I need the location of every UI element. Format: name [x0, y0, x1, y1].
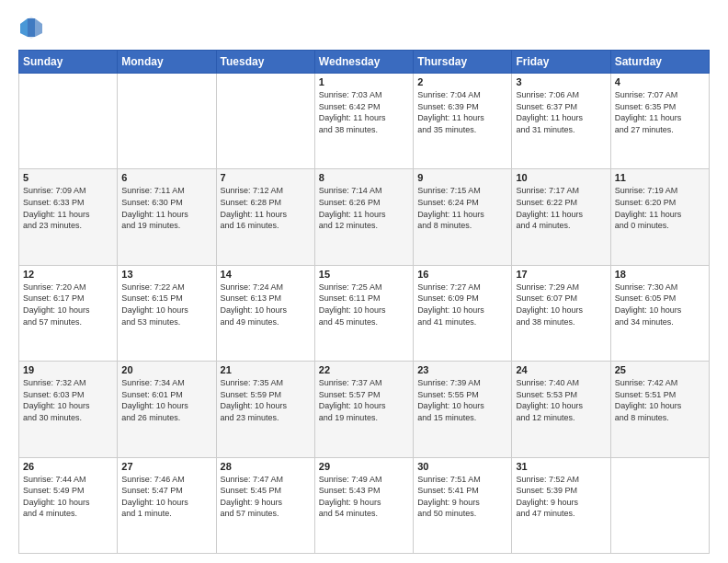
cell-info: Sunset: 5:55 PM [417, 389, 507, 401]
day-number: 3 [516, 76, 606, 87]
day-number: 4 [615, 76, 705, 87]
calendar-cell: 15Sunrise: 7:25 AMSunset: 6:11 PMDayligh… [314, 265, 413, 361]
cell-info: and 16 minutes. [221, 220, 311, 232]
cell-info: Sunrise: 7:40 AM [516, 377, 606, 389]
cell-info: Sunrise: 7:11 AM [121, 185, 211, 197]
cell-info: Sunset: 6:15 PM [121, 293, 211, 304]
cell-info: Daylight: 11 hours [23, 209, 113, 221]
cell-info: and 1 minute. [121, 508, 211, 520]
cell-info: Daylight: 10 hours [417, 400, 507, 412]
cell-info: Sunrise: 7:19 AM [615, 185, 705, 197]
cell-info: Daylight: 10 hours [221, 304, 311, 316]
cell-info: Sunset: 6:03 PM [23, 389, 113, 401]
day-number: 14 [221, 269, 311, 280]
cell-info: Daylight: 11 hours [319, 112, 409, 124]
cell-info: Daylight: 10 hours [615, 400, 705, 412]
cell-info: Sunset: 5:45 PM [221, 485, 311, 497]
calendar-cell: 17Sunrise: 7:29 AMSunset: 6:07 PMDayligh… [512, 265, 610, 361]
cell-info: Sunrise: 7:09 AM [23, 185, 113, 197]
calendar-cell: 7Sunrise: 7:12 AMSunset: 6:28 PMDaylight… [216, 169, 314, 265]
cell-info: Daylight: 11 hours [417, 209, 507, 221]
cell-info: Sunset: 5:47 PM [121, 485, 211, 497]
day-number: 1 [319, 76, 409, 87]
calendar-cell: 29Sunrise: 7:49 AMSunset: 5:43 PMDayligh… [314, 457, 413, 553]
cell-info: Daylight: 11 hours [516, 209, 606, 221]
calendar-cell: 8Sunrise: 7:14 AMSunset: 6:26 PMDaylight… [314, 169, 413, 265]
calendar-cell: 13Sunrise: 7:22 AMSunset: 6:15 PMDayligh… [118, 265, 216, 361]
cell-info: Daylight: 10 hours [23, 497, 113, 509]
week-row-4: 19Sunrise: 7:32 AMSunset: 6:03 PMDayligh… [19, 362, 710, 457]
calendar-cell: 5Sunrise: 7:09 AMSunset: 6:33 PMDaylight… [19, 169, 118, 265]
cell-info: Daylight: 11 hours [221, 209, 311, 221]
calendar-cell: 9Sunrise: 7:15 AMSunset: 6:24 PMDaylight… [414, 169, 512, 265]
day-number: 10 [516, 172, 606, 183]
day-number: 16 [417, 269, 507, 280]
cell-info: Sunrise: 7:20 AM [23, 282, 113, 293]
cell-info: Sunset: 6:39 PM [417, 101, 507, 113]
cell-info: and 8 minutes. [417, 220, 507, 232]
cell-info: Daylight: 11 hours [516, 112, 606, 124]
cell-info: and 27 minutes. [615, 124, 705, 136]
day-number: 30 [417, 461, 507, 472]
cell-info: and 19 minutes. [319, 412, 409, 424]
cell-info: Sunset: 5:57 PM [319, 389, 409, 401]
week-row-3: 12Sunrise: 7:20 AMSunset: 6:17 PMDayligh… [19, 265, 710, 361]
cell-info: Sunrise: 7:52 AM [516, 474, 606, 486]
cell-info: Sunrise: 7:34 AM [121, 377, 211, 389]
svg-marker-1 [35, 18, 42, 37]
calendar-cell [216, 74, 314, 169]
cell-info: Sunrise: 7:30 AM [615, 282, 705, 293]
cell-info: Sunrise: 7:46 AM [121, 474, 211, 486]
cell-info: Daylight: 10 hours [121, 304, 211, 316]
cell-info: Sunrise: 7:06 AM [516, 89, 606, 101]
cell-info: Sunset: 5:53 PM [516, 389, 606, 401]
cell-info: and 30 minutes. [23, 412, 113, 424]
cell-info: Sunset: 6:01 PM [121, 389, 211, 401]
calendar-cell: 24Sunrise: 7:40 AMSunset: 5:53 PMDayligh… [512, 362, 610, 457]
cell-info: Sunset: 6:05 PM [615, 293, 705, 304]
cell-info: and 57 minutes. [221, 508, 311, 520]
day-number: 7 [221, 172, 311, 183]
day-number: 28 [221, 461, 311, 472]
day-number: 22 [319, 364, 409, 375]
cell-info: Daylight: 11 hours [121, 209, 211, 221]
day-number: 13 [121, 269, 211, 280]
cell-info: and 15 minutes. [417, 412, 507, 424]
cell-info: Daylight: 10 hours [319, 400, 409, 412]
day-number: 9 [417, 172, 507, 183]
week-row-5: 26Sunrise: 7:44 AMSunset: 5:49 PMDayligh… [19, 457, 710, 553]
cell-info: and 49 minutes. [221, 316, 311, 328]
calendar-cell: 11Sunrise: 7:19 AMSunset: 6:20 PMDayligh… [610, 169, 709, 265]
day-number: 23 [417, 364, 507, 375]
cell-info: Daylight: 10 hours [516, 304, 606, 316]
cell-info: Sunset: 6:17 PM [23, 293, 113, 304]
calendar-cell: 20Sunrise: 7:34 AMSunset: 6:01 PMDayligh… [118, 362, 216, 457]
day-header-thursday: Thursday [414, 51, 512, 74]
day-number: 20 [121, 364, 211, 375]
cell-info: Daylight: 10 hours [23, 304, 113, 316]
calendar-cell: 25Sunrise: 7:42 AMSunset: 5:51 PMDayligh… [610, 362, 709, 457]
calendar-cell: 31Sunrise: 7:52 AMSunset: 5:39 PMDayligh… [512, 457, 610, 553]
cell-info: Daylight: 11 hours [615, 209, 705, 221]
cell-info: and 19 minutes. [121, 220, 211, 232]
cell-info: and 12 minutes. [319, 220, 409, 232]
cell-info: Sunrise: 7:29 AM [516, 282, 606, 293]
cell-info: and 4 minutes. [23, 508, 113, 520]
day-header-saturday: Saturday [610, 51, 709, 74]
cell-info: Daylight: 11 hours [615, 112, 705, 124]
cell-info: Daylight: 10 hours [121, 497, 211, 509]
cell-info: and 12 minutes. [516, 412, 606, 424]
cell-info: Sunrise: 7:32 AM [23, 377, 113, 389]
cell-info: Daylight: 9 hours [516, 497, 606, 509]
calendar-cell: 23Sunrise: 7:39 AMSunset: 5:55 PMDayligh… [414, 362, 512, 457]
cell-info: Sunset: 6:42 PM [319, 101, 409, 113]
cell-info: Sunset: 6:20 PM [615, 197, 705, 209]
cell-info: Daylight: 11 hours [417, 112, 507, 124]
cell-info: Daylight: 9 hours [417, 497, 507, 509]
day-number: 19 [23, 364, 113, 375]
calendar-cell: 14Sunrise: 7:24 AMSunset: 6:13 PMDayligh… [216, 265, 314, 361]
day-number: 2 [417, 76, 507, 87]
cell-info: and 38 minutes. [319, 124, 409, 136]
calendar-header-row: SundayMondayTuesdayWednesdayThursdayFrid… [19, 51, 710, 74]
cell-info: Daylight: 11 hours [319, 209, 409, 221]
